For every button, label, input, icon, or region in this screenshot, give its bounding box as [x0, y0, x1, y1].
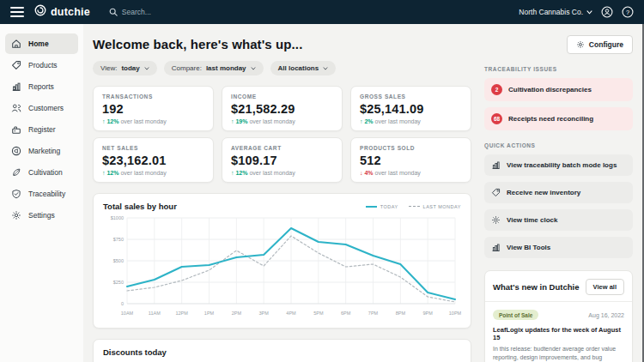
- main-content: Welcome back, here's what's up... View:t…: [93, 24, 471, 362]
- sidebar-item-reports[interactable]: Reports: [5, 76, 78, 97]
- chart-legend: TODAY LAST MONDAY: [366, 204, 461, 209]
- sidebar-item-traceability[interactable]: Traceability: [5, 184, 78, 204]
- tag-icon: [491, 188, 501, 197]
- sidebar-item-home[interactable]: Home: [5, 33, 78, 54]
- stats-grid: TRANSACTIONS 192 12% over last monday IN…: [93, 86, 471, 183]
- bar-chart-icon: [11, 81, 21, 92]
- svg-text:$750: $750: [113, 237, 124, 242]
- topbar-right: North Cannabis Co. ?: [519, 6, 634, 18]
- tag-icon: [11, 60, 21, 70]
- brand-logo[interactable]: dutchie: [34, 4, 90, 20]
- whats-new-card: What's new in Dutchie View all Point of …: [484, 270, 633, 362]
- gear-icon: [576, 40, 585, 49]
- right-rail: Configure Traceability Issues 2 Cultivat…: [484, 24, 633, 362]
- news-item: Point of Sale Aug 16, 2022 LeafLogix upd…: [485, 302, 632, 362]
- discounts-title: Discounts today: [103, 347, 461, 357]
- sidebar-item-cultivation[interactable]: Cultivation: [5, 162, 78, 183]
- stat-card-transactions: TRANSACTIONS 192 12% over last monday: [93, 86, 214, 131]
- stat-card-gross-sales: GROSS SALES $25,141.09 2% over last mond…: [350, 86, 471, 131]
- people-icon: [11, 103, 21, 113]
- svg-text:6PM: 6PM: [341, 311, 351, 316]
- dutchie-logo-icon: [34, 4, 46, 20]
- search-icon: [109, 4, 118, 20]
- stat-card-net-sales: NET SALES $23,162.01 12% over last monda…: [93, 137, 214, 183]
- svg-text:?: ?: [626, 9, 629, 16]
- configure-button[interactable]: Configure: [567, 35, 633, 54]
- news-item-title: LeafLogix updates for the week of August…: [493, 326, 624, 341]
- view-filter[interactable]: View:today: [93, 61, 157, 75]
- svg-text:$500: $500: [113, 258, 124, 263]
- chevron-down-icon: [586, 8, 592, 16]
- chart-title: Total sales by hour: [103, 202, 177, 211]
- dashboard-screen: dutchie Search... North Cannabis Co. ?: [0, 0, 644, 362]
- quick-actions-heading: Quick Actions: [484, 142, 633, 148]
- svg-text:8PM: 8PM: [396, 311, 406, 316]
- help-icon[interactable]: ?: [622, 6, 634, 18]
- org-switcher[interactable]: North Cannabis Co.: [519, 8, 592, 16]
- discounts-card: Discounts today: [93, 339, 471, 362]
- leaf-icon: [11, 167, 21, 178]
- stat-card-average-cart: AVERAGE CART $109.17 12% over last monda…: [222, 137, 343, 183]
- svg-text:10AM: 10AM: [121, 311, 134, 316]
- quick-action-batch-logs[interactable]: View traceability batch mode logs: [484, 154, 633, 176]
- category-badge: Point of Sale: [493, 310, 538, 320]
- sales-chart: 10AM11AM12PM1PM2PM3PM4PM5PM6PM7PM8PM9PM1…: [103, 211, 462, 321]
- home-icon: [11, 39, 21, 49]
- compare-filter[interactable]: Compare:last monday: [164, 61, 264, 75]
- last-monday-line-swatch: [409, 206, 420, 207]
- svg-text:4PM: 4PM: [286, 311, 296, 316]
- chevron-down-icon: [323, 66, 328, 71]
- sidebar-item-marketing[interactable]: Marketing: [5, 141, 78, 161]
- app-body: Home Products Reports Customers Register…: [0, 24, 644, 362]
- locations-filter[interactable]: All locations: [270, 61, 337, 75]
- quick-action-receive-inventory[interactable]: Receive new inventory: [484, 182, 633, 203]
- svg-text:9PM: 9PM: [423, 311, 434, 316]
- svg-text:5PM: 5PM: [313, 311, 324, 316]
- sidebar: Home Products Reports Customers Register…: [0, 24, 83, 362]
- shield-check-icon: [11, 189, 21, 199]
- today-line-swatch: [366, 206, 377, 208]
- view-all-button[interactable]: View all: [586, 279, 624, 295]
- megaphone-icon: [11, 146, 21, 156]
- search-input[interactable]: Search...: [109, 4, 151, 20]
- search-placeholder: Search...: [122, 8, 151, 16]
- stat-card-products-sold: PRODUCTS SOLD 512 4% over last monday: [350, 137, 471, 183]
- sidebar-item-settings[interactable]: Settings: [5, 205, 78, 226]
- sales-by-hour-card: Total sales by hour TODAY LAST MONDAY 10…: [93, 193, 471, 329]
- brand-name: dutchie: [51, 6, 90, 18]
- bar-chart-icon: [491, 243, 501, 252]
- svg-text:$250: $250: [113, 280, 124, 285]
- svg-text:10PM: 10PM: [449, 311, 462, 316]
- org-name: North Cannabis Co.: [519, 8, 583, 16]
- page-title: Welcome back, here's what's up...: [93, 37, 471, 51]
- alert-receipts-reconciling[interactable]: 68 Receipts need reconciling: [484, 107, 633, 130]
- alert-cultivation-discrepancies[interactable]: 2 Cultivation discrepancies: [484, 78, 633, 101]
- menu-icon[interactable]: [10, 7, 24, 17]
- news-date: Aug 16, 2022: [588, 312, 624, 318]
- svg-text:12PM: 12PM: [175, 311, 188, 316]
- count-badge: 2: [491, 84, 502, 95]
- sidebar-item-customers[interactable]: Customers: [5, 98, 78, 118]
- svg-text:7PM: 7PM: [368, 311, 379, 316]
- svg-text:1PM: 1PM: [204, 311, 215, 316]
- bar-chart-icon: [491, 160, 501, 170]
- svg-text:3PM: 3PM: [259, 311, 270, 316]
- sidebar-item-products[interactable]: Products: [5, 55, 78, 75]
- filter-bar: View:today Compare:last monday All locat…: [93, 61, 471, 75]
- svg-text:11AM: 11AM: [149, 311, 161, 316]
- account-icon[interactable]: [601, 6, 613, 18]
- svg-text:2PM: 2PM: [232, 311, 242, 316]
- gear-icon: [11, 210, 21, 220]
- whats-new-title: What's new in Dutchie: [493, 282, 579, 292]
- sidebar-item-register[interactable]: Register: [5, 119, 78, 140]
- count-badge: 68: [491, 113, 502, 124]
- stat-card-income: INCOME $21,582.29 19% over last monday: [222, 86, 343, 131]
- register-icon: [11, 124, 21, 135]
- quick-action-time-clock[interactable]: View time clock: [484, 209, 633, 231]
- topbar: dutchie Search... North Cannabis Co. ?: [0, 0, 644, 24]
- gear-icon: [491, 215, 501, 225]
- svg-text:$1000: $1000: [111, 215, 124, 220]
- traceability-issues-heading: Traceability Issues: [484, 66, 633, 72]
- quick-action-bi-tools[interactable]: View BI Tools: [484, 237, 633, 258]
- chevron-down-icon: [251, 66, 256, 71]
